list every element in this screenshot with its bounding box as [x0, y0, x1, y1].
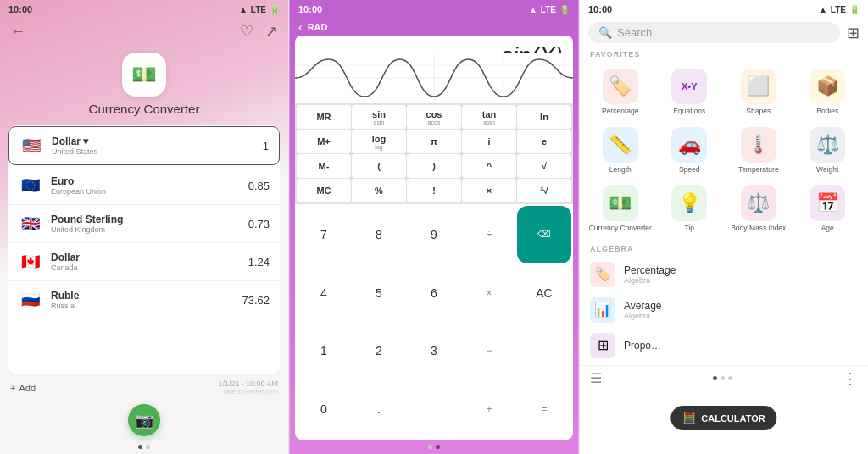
- back-button[interactable]: ←: [10, 23, 25, 41]
- search-box[interactable]: 🔍 Search: [588, 22, 840, 43]
- sci-btn-18[interactable]: ×: [462, 179, 516, 202]
- num-btn-15[interactable]: 0: [297, 380, 351, 438]
- currency-item-2[interactable]: 🇬🇧 Pound Sterling United Kingdom 0.73: [8, 205, 280, 243]
- dot-2: [146, 445, 150, 449]
- camera-fab[interactable]: 📷: [128, 404, 160, 436]
- num-btn-19[interactable]: =: [517, 380, 571, 438]
- num-btn-1[interactable]: 8: [352, 206, 406, 263]
- app-cell-1[interactable]: X•Y Equations: [656, 64, 724, 120]
- add-button[interactable]: + Add: [10, 383, 36, 393]
- wifi-icon-3: ▲: [819, 5, 827, 14]
- calc-header: ‹ RAD: [290, 19, 578, 36]
- currency-item-3[interactable]: 🇨🇦 Dollar Canada 1.24: [8, 243, 280, 281]
- app-cell-3[interactable]: 📦 Bodies: [794, 64, 862, 120]
- currency-item-4[interactable]: 🇷🇺 Ruble Russ a 73.62: [8, 281, 280, 318]
- num-btn-13[interactable]: −: [462, 323, 516, 380]
- num-btn-2[interactable]: 9: [407, 206, 461, 263]
- sci-btn-19[interactable]: ³√: [517, 179, 571, 202]
- num-btn-4[interactable]: ⌫: [517, 206, 571, 263]
- sci-btn-2[interactable]: cosacos: [407, 105, 461, 129]
- wifi-icon: ▲: [239, 5, 248, 14]
- app-name-8: Currency Converter: [589, 224, 652, 232]
- favorite-icon[interactable]: ♡: [240, 22, 253, 41]
- sci-btn-8[interactable]: i: [462, 130, 516, 153]
- app-name-1: Equations: [673, 107, 705, 115]
- list-item-1[interactable]: 📊 Average Algebra: [580, 292, 868, 328]
- sci-btn-7[interactable]: π: [407, 130, 461, 153]
- sci-btn-17[interactable]: !: [407, 179, 461, 202]
- sci-btn-15[interactable]: MC: [297, 179, 351, 202]
- sci-btn-1[interactable]: sinasin: [352, 105, 406, 129]
- sci-btn-14[interactable]: √: [517, 154, 571, 178]
- signal-icon-2: LTE: [541, 5, 556, 14]
- num-btn-10[interactable]: 1: [297, 323, 351, 380]
- status-bar-3: 10:00 ▲ LTE 🔋: [580, 0, 868, 19]
- app-cell-4[interactable]: 📏 Length: [587, 122, 654, 179]
- currency-item-0[interactable]: 🇺🇸 Dollar ▾ United States 1: [8, 126, 280, 165]
- sci-btn-5[interactable]: M+: [297, 130, 351, 153]
- num-btn-16[interactable]: .: [352, 380, 406, 438]
- hamburger-icon[interactable]: ☰: [590, 370, 602, 386]
- list-item-2[interactable]: ⊞ Propo…: [580, 328, 868, 363]
- app-cell-6[interactable]: 🌡️ Temperature: [725, 122, 793, 179]
- app-cell-5[interactable]: 🚗 Speed: [656, 122, 724, 179]
- num-btn-5[interactable]: 4: [297, 264, 351, 322]
- app-icon-box: 💵: [122, 53, 166, 97]
- num-btn-18[interactable]: +: [462, 380, 516, 438]
- calc-mode[interactable]: RAD: [308, 22, 328, 32]
- favorites-grid: 🏷️ Percentage X•Y Equations ⬜ Shapes 📦 B…: [580, 60, 868, 241]
- app-cell-10[interactable]: ⚖️ Body Mass Index: [725, 180, 793, 237]
- panel3-bottom: ☰ ⋮: [580, 365, 868, 391]
- apps-list-panel: 10:00 ▲ LTE 🔋 🔍 Search ⊞ FAVORITES 🏷️ Pe…: [580, 0, 868, 454]
- calculator-panel: 10:00 ▲ LTE 🔋 ‹ RAD sin(X) MRsinasincosa…: [289, 0, 579, 454]
- num-btn-8[interactable]: ×: [462, 264, 516, 322]
- status-icons-1: ▲ LTE 🔋: [239, 5, 280, 14]
- app-cell-11[interactable]: 📅 Age: [794, 180, 862, 237]
- num-btn-12[interactable]: 3: [407, 323, 461, 380]
- currency-list: 🇺🇸 Dollar ▾ United States 1 🇪🇺 Euro Euro…: [8, 125, 280, 374]
- sci-btn-9[interactable]: e: [517, 130, 571, 153]
- app-icon-6: 🌡️: [741, 127, 776, 163]
- app-name-5: Speed: [679, 165, 700, 174]
- list-name-0: Percentage: [624, 264, 858, 276]
- toast-icon: 🧮: [682, 412, 696, 424]
- sci-btn-0[interactable]: MR: [297, 105, 351, 129]
- graph-area: sin(X): [295, 36, 573, 103]
- currency-value-0: 1: [263, 140, 269, 152]
- num-btn-11[interactable]: 2: [352, 323, 406, 380]
- currency-info-0: Dollar ▾ United States: [52, 136, 254, 156]
- app-icon-10: ⚖️: [741, 185, 776, 221]
- num-btn-3[interactable]: ÷: [462, 206, 516, 263]
- list-item-0[interactable]: 🏷️ Percentage Algebra: [580, 257, 868, 292]
- num-btn-9[interactable]: AC: [517, 264, 571, 322]
- toast-bar: 🧮 CALCULATOR: [670, 406, 776, 430]
- sci-btn-11[interactable]: (: [352, 154, 406, 178]
- add-label: Add: [19, 383, 36, 393]
- app-icon-8: 💵: [603, 185, 638, 221]
- num-btn-0[interactable]: 7: [297, 206, 351, 263]
- sci-btn-16[interactable]: %: [352, 179, 406, 202]
- num-btn-6[interactable]: 5: [352, 264, 406, 322]
- app-cell-9[interactable]: 💡 Tip: [656, 180, 724, 237]
- app-name-3: Bodies: [816, 107, 838, 115]
- sci-btn-12[interactable]: ): [407, 154, 461, 178]
- app-cell-8[interactable]: 💵 Currency Converter: [587, 180, 654, 237]
- sci-btn-4[interactable]: ln: [517, 105, 571, 129]
- app-cell-0[interactable]: 🏷️ Percentage: [587, 64, 654, 120]
- list-icon-0: 🏷️: [590, 262, 615, 287]
- more-icon[interactable]: ⋮: [843, 369, 858, 388]
- currency-item-1[interactable]: 🇪🇺 Euro European Union 0.85: [8, 167, 280, 205]
- calc-back-icon[interactable]: ‹: [298, 20, 303, 34]
- share-icon[interactable]: ↗: [265, 22, 278, 41]
- status-icons-2: ▲ LTE 🔋: [529, 5, 570, 14]
- sci-btn-6[interactable]: loglog: [352, 130, 406, 153]
- sci-btn-13[interactable]: ^: [462, 154, 516, 178]
- sci-btn-3[interactable]: tanatan: [462, 105, 516, 129]
- dot-4: [436, 445, 440, 449]
- sci-btn-10[interactable]: M-: [297, 154, 351, 178]
- grid-view-icon[interactable]: ⊞: [847, 24, 860, 42]
- num-btn-7[interactable]: 6: [407, 264, 461, 322]
- app-cell-7[interactable]: ⚖️ Weight: [794, 122, 862, 179]
- list-info-1: Average Algebra: [624, 300, 858, 320]
- app-cell-2[interactable]: ⬜ Shapes: [725, 64, 793, 120]
